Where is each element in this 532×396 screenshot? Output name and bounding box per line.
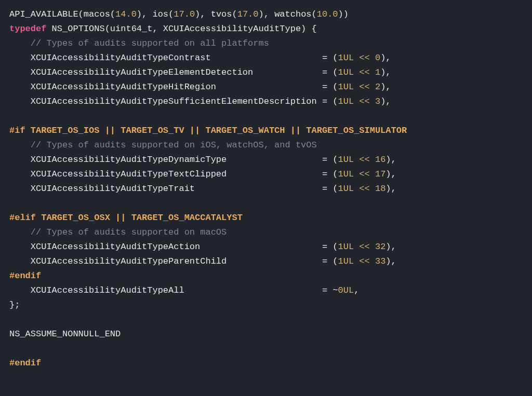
enum-name: XCUIAccessibilityAuditTypeTextClipped = … xyxy=(9,169,338,179)
comment: // Types of audits supported on iOS, wat… xyxy=(9,140,317,150)
version-number: 17.0 xyxy=(174,9,195,19)
version-number: 10.0 xyxy=(317,9,338,19)
preprocessor-endif: #endif xyxy=(9,358,41,368)
version-number: 14.0 xyxy=(115,9,137,19)
code-text: )) xyxy=(338,9,349,19)
code-text: , xyxy=(354,285,359,295)
code-block: API_AVAILABLE(macos(14.0), ios(17.0), tv… xyxy=(0,0,532,378)
enum-value: 1UL << 33 xyxy=(338,256,386,266)
code-text: ), xyxy=(385,256,396,266)
keyword-typedef: typedef xyxy=(9,24,46,34)
enum-name: XCUIAccessibilityAuditTypeDynamicType = … xyxy=(9,155,338,165)
enum-value: 1UL << 16 xyxy=(338,155,386,165)
enum-value: 1UL << 18 xyxy=(338,184,386,194)
code-text: ), xyxy=(380,82,391,92)
enum-value: 1UL << 2 xyxy=(338,82,381,92)
code-text: ), xyxy=(385,184,396,194)
ns-assume-nonnull-end: NS_ASSUME_NONNULL_END xyxy=(9,329,121,339)
code-text: ), ios( xyxy=(137,9,174,19)
enum-name: XCUIAccessibilityAuditTypeContrast = ( xyxy=(9,53,338,63)
enum-name: XCUIAccessibilityAuditTypeSufficientElem… xyxy=(9,97,338,106)
code-text: ), xyxy=(380,97,391,106)
enum-name: XCUIAccessibilityAuditTypeHitRegion = ( xyxy=(9,82,338,92)
code-text: ), watchos( xyxy=(259,9,317,19)
code-line: API_AVAILABLE(macos( xyxy=(9,9,115,19)
code-text xyxy=(9,111,31,121)
code-text: NS_OPTIONS(uint64_t, XCUIAccessibilityAu… xyxy=(46,24,316,34)
enum-value: 1UL << 0 xyxy=(338,53,381,63)
enum-name: XCUIAccessibilityAuditTypeParentChild = … xyxy=(9,256,338,266)
version-number: 17.0 xyxy=(237,9,259,19)
enum-name: XCUIAccessibilityAuditTypeElementDetecti… xyxy=(9,67,338,77)
code-text: ), xyxy=(385,155,396,165)
code-text xyxy=(9,198,31,208)
preprocessor-if: #if TARGET_OS_IOS || TARGET_OS_TV || TAR… xyxy=(9,126,407,135)
code-text: ), xyxy=(385,242,396,252)
code-text: ), xyxy=(380,53,391,63)
code-text: ), xyxy=(380,67,391,77)
code-text: ), tvos( xyxy=(195,9,237,19)
enum-name: XCUIAccessibilityAuditTypeTrait = ( xyxy=(9,184,338,194)
comment: // Types of audits supported on all plat… xyxy=(9,38,269,48)
enum-name: XCUIAccessibilityAuditTypeAction = ( xyxy=(9,242,338,252)
enum-value: 0UL xyxy=(338,285,354,295)
enum-value: 1UL << 32 xyxy=(338,242,386,252)
enum-value: 1UL << 3 xyxy=(338,97,381,106)
enum-value: 1UL << 17 xyxy=(338,169,386,179)
preprocessor-elif: #elif TARGET_OS_OSX || TARGET_OS_MACCATA… xyxy=(9,213,243,223)
code-text: }; xyxy=(9,300,20,310)
preprocessor-endif: #endif xyxy=(9,271,41,281)
code-text: ), xyxy=(385,169,396,179)
enum-value: 1UL << 1 xyxy=(338,67,381,77)
enum-name: XCUIAccessibilityAuditTypeAll = ~ xyxy=(9,285,338,295)
comment: // Types of audits supported on macOS xyxy=(9,227,227,237)
